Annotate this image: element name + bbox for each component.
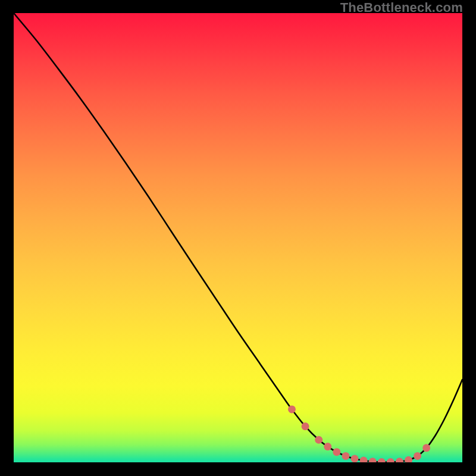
- highlight-dot: [302, 422, 309, 430]
- plot-area: [14, 13, 462, 462]
- highlight-dot: [333, 448, 340, 456]
- highlight-dot: [414, 452, 421, 460]
- highlight-dot: [387, 458, 394, 462]
- highlight-dot: [378, 458, 386, 462]
- highlight-dot: [422, 444, 430, 452]
- highlight-dot: [351, 455, 359, 462]
- highlight-dot: [315, 436, 322, 444]
- highlight-dot: [360, 456, 368, 462]
- highlight-dot: [288, 405, 296, 413]
- bottleneck-curve: [14, 13, 462, 462]
- watermark-text: TheBottleneck.com: [340, 0, 463, 15]
- highlight-dot: [369, 458, 377, 462]
- highlight-dot: [342, 452, 349, 460]
- highlight-dot: [324, 443, 331, 450]
- highlight-dot: [405, 456, 412, 462]
- chart-stage: TheBottleneck.com: [0, 0, 476, 476]
- curve-layer: [14, 13, 462, 462]
- highlight-dot: [396, 458, 403, 462]
